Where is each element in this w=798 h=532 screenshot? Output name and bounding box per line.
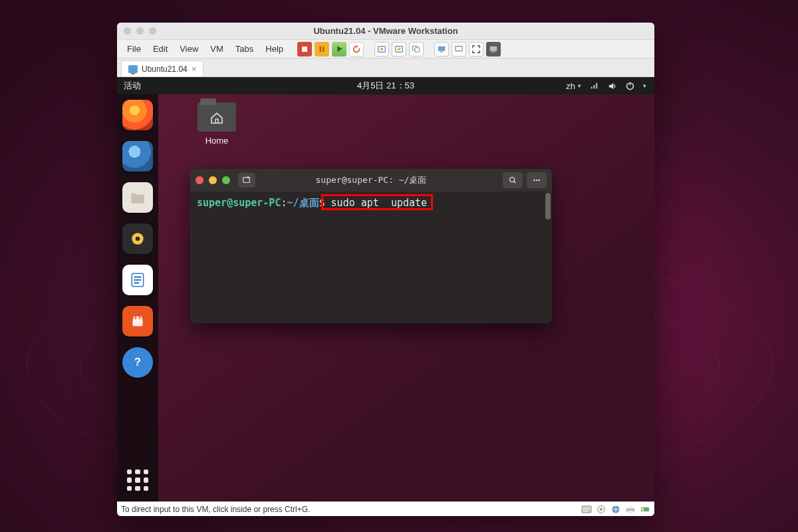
dock-files-icon[interactable] [122,182,153,213]
ubuntu-dock: ? [117,94,158,501]
chevron-down-icon: ▾ [643,82,646,89]
svg-point-33 [600,508,602,510]
vm-tab-ubuntu[interactable]: Ubuntu21.04 × [121,61,203,76]
svg-rect-39 [642,508,644,510]
monitor-icon [128,65,138,73]
dock-ubuntu-software-icon[interactable] [122,306,153,336]
dock-firefox-icon[interactable] [122,100,153,130]
svg-rect-1 [320,47,322,52]
snapshot-take-icon[interactable] [374,42,389,57]
dock-help-icon[interactable]: ? [122,347,153,378]
harddisk-icon[interactable] [581,505,592,514]
svg-rect-8 [415,47,420,51]
svg-rect-37 [628,511,633,513]
statusbar-device-icons [581,505,650,514]
terminal-command: sudo apt update [325,197,428,209]
fullscreen-icon[interactable] [469,42,483,57]
svg-rect-0 [302,47,307,52]
usb-icon[interactable] [640,505,650,514]
close-tab-icon[interactable]: × [192,65,197,73]
unity-icon[interactable] [486,42,501,57]
menu-help[interactable]: Help [259,41,289,57]
svg-rect-19 [134,277,142,278]
vmware-menubar: File Edit View VM Tabs Help [117,40,654,59]
dock-rhythmbox-icon[interactable] [122,223,153,254]
scrollbar-thumb[interactable] [545,193,551,219]
vmware-toolbar [297,42,501,57]
network-adapter-icon[interactable] [610,505,621,514]
svg-rect-10 [440,51,443,52]
svg-rect-20 [134,279,142,281]
dock-show-applications-icon[interactable] [124,467,151,493]
desktop-home-folder[interactable]: Home [190,102,243,146]
menu-tabs[interactable]: Tabs [229,41,259,57]
chevron-down-icon: ▾ [578,82,581,89]
printer-icon[interactable] [625,505,636,514]
svg-point-5 [380,47,383,50]
svg-rect-36 [628,506,633,509]
dock-thunderbird-icon[interactable] [122,141,153,172]
terminal-prompt-line: super@super-PC:~/桌面$ sudo apt update [197,197,545,209]
vmware-titlebar: Ubuntu21.04 - VMware Workstation [117,23,654,40]
prompt-path: ~/桌面 [287,197,319,209]
svg-marker-3 [337,46,342,52]
svg-point-17 [136,237,140,241]
desktop-home-label: Home [190,136,243,146]
gnome-topbar: 活动 4月5日 21：53 zh ▾ ▾ [117,77,654,94]
gnome-terminal-window[interactable]: super@super-PC: ~/桌面 super@super-PC:~/桌面… [190,169,552,323]
svg-rect-21 [134,282,140,283]
terminal-scrollbar[interactable] [545,193,551,322]
guest-viewport[interactable]: 活动 4月5日 21：53 zh ▾ ▾ [117,77,654,501]
vmware-statusbar: To direct input to this VM, click inside… [117,501,654,516]
terminal-body[interactable]: super@super-PC:~/桌面$ sudo apt update [190,192,552,323]
poweron-icon[interactable] [332,42,346,57]
terminal-title: super@super-PC: ~/桌面 [190,174,552,186]
svg-rect-22 [132,319,142,327]
vmware-tabbar: Ubuntu21.04 × [117,59,654,77]
restart-icon[interactable] [349,42,364,57]
svg-text:?: ? [134,356,141,368]
vm-tab-label: Ubuntu21.04 [142,65,188,74]
menu-vm[interactable]: VM [204,41,229,57]
stretch-icon[interactable] [452,42,466,57]
svg-rect-9 [438,46,446,51]
svg-rect-30 [582,506,591,513]
menu-view[interactable]: View [174,41,204,57]
svg-rect-11 [456,46,463,51]
prompt-user: super@super-PC [197,197,281,209]
statusbar-hint: To direct input to this VM, click inside… [121,505,310,514]
cd-icon[interactable] [596,505,606,514]
vmware-main-window: Ubuntu21.04 - VMware Workstation File Ed… [117,23,654,516]
svg-rect-2 [323,47,325,52]
terminal-titlebar: super@super-PC: ~/桌面 [190,169,552,192]
snapshot-manager-icon[interactable] [409,42,424,57]
menu-edit[interactable]: Edit [147,41,174,57]
prompt-dollar: $ [319,197,325,209]
snapshot-revert-icon[interactable] [392,42,406,57]
console-view-icon[interactable] [434,42,449,57]
dock-libreoffice-writer-icon[interactable] [122,265,153,295]
vmware-window-title: Ubuntu21.04 - VMware Workstation [117,26,654,36]
folder-icon [198,102,236,132]
poweroff-icon[interactable] [297,42,312,57]
svg-rect-12 [490,46,497,51]
suspend-icon[interactable] [315,42,329,57]
svg-rect-13 [491,51,495,52]
topbar-clock[interactable]: 4月5日 21：53 [117,80,654,92]
svg-point-31 [589,510,590,511]
menu-file[interactable]: File [121,41,147,57]
